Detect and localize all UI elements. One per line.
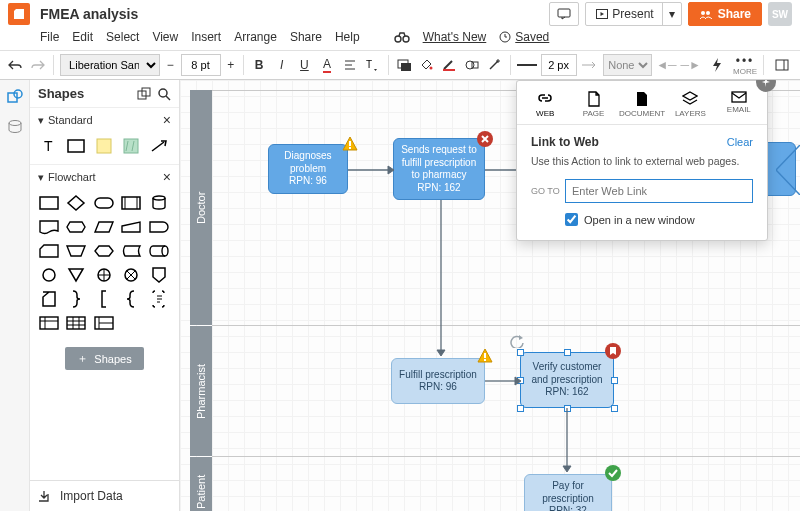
rail-shapes-icon[interactable] xyxy=(4,86,26,108)
menu-arrange[interactable]: Arrange xyxy=(234,30,277,44)
fc-direct[interactable] xyxy=(148,241,170,261)
share-button[interactable]: Share xyxy=(688,2,762,26)
more-button[interactable]: •••MORE xyxy=(733,54,757,76)
endpoint-left[interactable]: ◄─ xyxy=(656,54,676,76)
import-data-button[interactable]: Import Data xyxy=(30,480,179,511)
fc-bracket[interactable] xyxy=(93,289,115,309)
tab-web[interactable]: WEB xyxy=(521,87,569,124)
close-standard[interactable]: × xyxy=(163,112,171,128)
more-shapes-button[interactable]: ＋Shapes xyxy=(65,347,143,370)
fc-process[interactable] xyxy=(38,193,60,213)
font-select[interactable]: Liberation Sans xyxy=(60,54,160,76)
rotate-handle-icon[interactable] xyxy=(507,334,525,348)
weblink-input[interactable] xyxy=(565,179,753,203)
bold-button[interactable]: B xyxy=(250,54,269,76)
font-size-plus[interactable]: + xyxy=(225,58,237,72)
shape-rect[interactable] xyxy=(65,136,87,156)
fc-note-br[interactable] xyxy=(148,289,170,309)
fc-terminator[interactable] xyxy=(93,193,115,213)
bucket-button[interactable] xyxy=(417,54,436,76)
text-color-button[interactable]: A xyxy=(318,54,337,76)
fc-document[interactable] xyxy=(38,217,60,237)
fc-table[interactable] xyxy=(65,313,87,333)
fc-internal[interactable] xyxy=(38,313,60,333)
shape-note[interactable] xyxy=(93,136,115,156)
close-flowchart[interactable]: × xyxy=(163,169,171,185)
arrow-style-button[interactable] xyxy=(581,54,600,76)
tab-layers[interactable]: LAYERS xyxy=(666,87,714,124)
fc-loop[interactable] xyxy=(93,241,115,261)
line-style-button[interactable] xyxy=(517,54,537,76)
rail-data-icon[interactable] xyxy=(4,116,26,138)
app-logo[interactable] xyxy=(8,3,30,25)
line-color-button[interactable] xyxy=(440,54,459,76)
lane-patient[interactable]: Patient xyxy=(190,457,212,511)
shape-library-icon[interactable] xyxy=(131,87,151,101)
lightning-icon[interactable] xyxy=(705,54,729,76)
menu-insert[interactable]: Insert xyxy=(191,30,221,44)
stroke-width-input[interactable] xyxy=(541,54,577,76)
line-routing-select[interactable]: None xyxy=(603,54,652,76)
shape-style-button[interactable] xyxy=(462,54,481,76)
right-panel-toggle[interactable] xyxy=(770,54,794,76)
fc-predef[interactable] xyxy=(120,193,142,213)
fc-data[interactable] xyxy=(93,217,115,237)
menu-share[interactable]: Share xyxy=(290,30,322,44)
fc-swimlane[interactable] xyxy=(93,313,115,333)
lane-pharmacist[interactable]: Pharmacist xyxy=(190,326,212,456)
search-shapes-icon[interactable] xyxy=(151,87,171,101)
fc-card[interactable] xyxy=(38,241,60,261)
menu-file[interactable]: File xyxy=(40,30,59,44)
fc-database[interactable] xyxy=(148,193,170,213)
user-avatar[interactable]: SW xyxy=(768,2,792,26)
node-fulfill[interactable]: Fulfill prescription RPN: 96 xyxy=(391,358,485,404)
font-size-minus[interactable]: − xyxy=(164,58,176,72)
fc-sum[interactable] xyxy=(120,265,142,285)
fc-or[interactable] xyxy=(93,265,115,285)
endpoint-right[interactable]: ─► xyxy=(681,54,701,76)
fc-display[interactable] xyxy=(65,217,87,237)
fc-stored[interactable] xyxy=(120,241,142,261)
fc-merge[interactable] xyxy=(65,265,87,285)
undo-button[interactable] xyxy=(6,54,25,76)
lane-doctor[interactable]: Doctor xyxy=(190,90,212,325)
node-verify[interactable]: Verify customer and prescription RPN: 16… xyxy=(520,352,614,408)
fc-manual-input[interactable] xyxy=(120,217,142,237)
fc-manual-op[interactable] xyxy=(65,241,87,261)
decision-partial[interactable] xyxy=(776,145,800,195)
underline-button[interactable]: U xyxy=(295,54,314,76)
redo-button[interactable] xyxy=(29,54,48,76)
menu-help[interactable]: Help xyxy=(335,30,360,44)
binoculars-icon[interactable] xyxy=(394,31,410,43)
font-size-input[interactable] xyxy=(181,54,221,76)
fc-offpage[interactable] xyxy=(148,265,170,285)
present-button[interactable]: Present ▾ xyxy=(585,2,681,26)
fc-offpage2[interactable] xyxy=(38,289,60,309)
shape-arrow[interactable] xyxy=(148,136,170,156)
present-dropdown[interactable]: ▾ xyxy=(662,3,681,25)
menu-edit[interactable]: Edit xyxy=(72,30,93,44)
fc-brace-right[interactable] xyxy=(65,289,87,309)
shape-text[interactable]: T xyxy=(38,136,60,156)
fc-delay[interactable] xyxy=(148,217,170,237)
tab-document[interactable]: DOCUMENT xyxy=(618,87,666,124)
category-flowchart[interactable]: ▾Flowchart× xyxy=(30,164,179,189)
document-title[interactable]: FMEA analysis xyxy=(40,6,138,22)
menu-view[interactable]: View xyxy=(152,30,178,44)
canvas[interactable]: Doctor Pharmacist Patient Diagnoses prob… xyxy=(180,80,800,511)
popover-clear[interactable]: Clear xyxy=(727,136,753,148)
tab-email[interactable]: EMAIL xyxy=(715,87,763,124)
fc-brace-left[interactable] xyxy=(120,289,142,309)
italic-button[interactable]: I xyxy=(272,54,291,76)
magic-button[interactable] xyxy=(485,54,504,76)
node-diagnose[interactable]: Diagnoses problem RPN: 96 xyxy=(268,144,348,194)
comments-button[interactable] xyxy=(549,2,579,26)
menu-select[interactable]: Select xyxy=(106,30,139,44)
align-button[interactable] xyxy=(340,54,359,76)
fill-button[interactable] xyxy=(394,54,413,76)
fc-decision[interactable] xyxy=(65,193,87,213)
text-options-button[interactable]: T xyxy=(363,54,382,76)
whats-new-link[interactable]: What's New xyxy=(423,30,487,44)
new-window-checkbox[interactable]: Open in a new window xyxy=(565,213,753,226)
saved-status[interactable]: Saved xyxy=(499,30,549,44)
